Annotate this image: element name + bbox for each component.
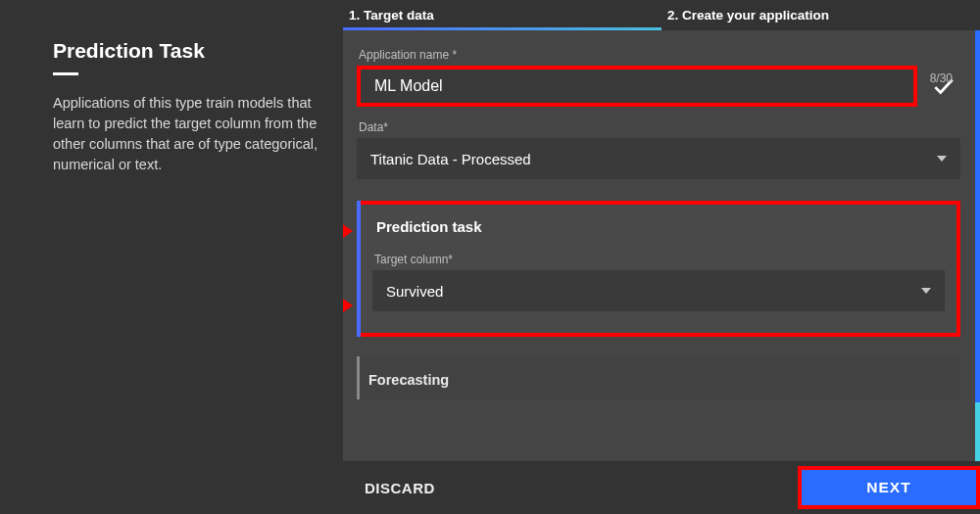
app-root: Prediction Task Applications of this typ… bbox=[0, 0, 980, 514]
scroll-accent bbox=[975, 402, 980, 461]
annotation-arrow-2 bbox=[343, 295, 353, 316]
annotation-arrow-1 bbox=[343, 220, 353, 242]
target-column-label: Target column* bbox=[374, 253, 945, 266]
wizard-footer: DISCARD NEXT bbox=[343, 461, 980, 514]
step-create-application[interactable]: 2. Create your application bbox=[662, 2, 980, 27]
step1-label: 1. Target data bbox=[349, 8, 434, 23]
data-select[interactable]: Titanic Data - Processed bbox=[357, 138, 960, 179]
target-column-select[interactable]: Survived bbox=[372, 270, 945, 311]
appname-input[interactable]: ML Model bbox=[357, 66, 917, 107]
sidebar-description: Applications of this type train models t… bbox=[53, 93, 323, 175]
step-target-data[interactable]: 1. Target data bbox=[343, 2, 662, 27]
step2-label: 2. Create your application bbox=[667, 8, 829, 23]
title-underline bbox=[53, 72, 78, 75]
scroll-track bbox=[975, 30, 980, 461]
prediction-task-card[interactable]: Prediction task Target column* Survived bbox=[357, 201, 960, 337]
panel-scrollbar[interactable] bbox=[971, 30, 980, 461]
data-value: Titanic Data - Processed bbox=[370, 151, 531, 167]
target-column-value: Survived bbox=[386, 283, 443, 300]
prediction-card-title: Prediction task bbox=[376, 218, 945, 235]
chevron-down-icon bbox=[937, 156, 947, 162]
prediction-wrapper: Prediction task Target column* Survived bbox=[357, 201, 960, 337]
appname-value: ML Model bbox=[374, 77, 443, 95]
wizard-steps: 1. Target data 2. Create your applicatio… bbox=[343, 2, 980, 27]
chevron-down-icon bbox=[921, 288, 931, 294]
sidebar-title: Prediction Task bbox=[53, 39, 323, 63]
data-label: Data* bbox=[359, 120, 960, 134]
form-panel: Application name * 8/30 ML Model Data* T… bbox=[343, 30, 980, 461]
info-sidebar: Prediction Task Applications of this typ… bbox=[0, 0, 343, 514]
appname-counter: 8/30 bbox=[930, 71, 953, 85]
discard-button[interactable]: DISCARD bbox=[357, 470, 443, 506]
main-column: 1. Target data 2. Create your applicatio… bbox=[343, 0, 980, 514]
forecasting-title: Forecasting bbox=[368, 372, 949, 388]
forecasting-card[interactable]: Forecasting bbox=[357, 356, 960, 399]
appname-row: ML Model bbox=[357, 66, 960, 107]
appname-label: Application name * bbox=[359, 48, 960, 62]
next-button[interactable]: NEXT bbox=[798, 466, 980, 509]
